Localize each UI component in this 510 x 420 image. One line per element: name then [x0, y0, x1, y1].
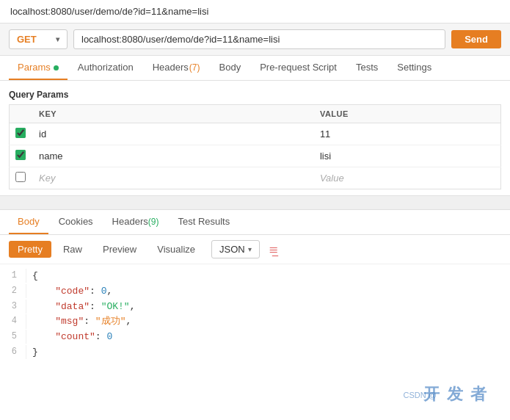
row-0-check-cell	[10, 123, 32, 145]
code-line-1: 1 {	[0, 269, 510, 284]
resp-tab-cookies[interactable]: Cookies	[50, 210, 102, 234]
method-select[interactable]: GET ▾	[9, 29, 68, 49]
fmt-preview[interactable]: Preview	[94, 241, 145, 258]
json-type-label: JSON	[219, 244, 245, 255]
response-section: Body Cookies Headers(9) Test Results Pre…	[0, 210, 510, 365]
section-divider	[0, 195, 510, 210]
code-line-2: 2 "code": 0,	[0, 284, 510, 300]
row-1-key: name	[32, 145, 313, 167]
watermark-label: CSDN @	[404, 391, 437, 399]
row-0-checkbox[interactable]	[15, 128, 26, 138]
tab-body[interactable]: Body	[211, 56, 250, 80]
params-section: Query Params KEY VALUE id 11	[0, 81, 510, 189]
method-label: GET	[17, 34, 37, 45]
filter-button[interactable]: ≡̲	[263, 239, 284, 259]
row-0-value: 11	[313, 123, 501, 145]
value-placeholder: Value	[320, 173, 344, 184]
col-check-header	[10, 105, 32, 123]
chevron-down-icon: ▾	[56, 35, 59, 43]
tab-params[interactable]: Params	[9, 56, 68, 80]
row-0-key: id	[32, 123, 313, 145]
table-row: id 11	[10, 123, 501, 145]
response-tabs: Body Cookies Headers(9) Test Results	[0, 210, 510, 235]
code-area: 1 { 2 "code": 0, 3 "data": "OK!", 4 "msg…	[0, 264, 510, 365]
tab-settings[interactable]: Settings	[388, 56, 440, 80]
watermark-text: 开 发 者	[423, 383, 488, 405]
chevron-down-icon: ▾	[248, 245, 252, 253]
json-type-select[interactable]: JSON ▾	[211, 240, 260, 258]
fmt-visualize[interactable]: Visualize	[148, 241, 204, 258]
top-url-text: localhost:8080/user/demo/de?id=11&name=l…	[10, 6, 208, 17]
resp-tab-body[interactable]: Body	[9, 210, 48, 234]
format-row: Pretty Raw Preview Visualize JSON ▾ ≡̲	[0, 235, 510, 264]
resp-tab-headers[interactable]: Headers(9)	[103, 210, 168, 234]
params-table: KEY VALUE id 11 name lisi	[9, 104, 501, 189]
row-2-value[interactable]: Value	[313, 167, 501, 189]
row-2-check-cell	[10, 167, 32, 189]
row-1-checkbox[interactable]	[15, 150, 26, 160]
code-line-5: 5 "count": 0	[0, 330, 510, 345]
row-2-checkbox[interactable]	[15, 172, 26, 182]
code-line-6: 6 }	[0, 345, 510, 361]
tab-headers[interactable]: Headers(7)	[144, 56, 209, 80]
code-line-3: 3 "data": "OK!",	[0, 300, 510, 315]
tab-tests[interactable]: Tests	[347, 56, 387, 80]
send-button[interactable]: Send	[451, 30, 501, 48]
top-url-bar: localhost:8080/user/demo/de?id=11&name=l…	[0, 0, 510, 23]
request-bar: GET ▾ Send	[0, 23, 510, 56]
tab-pre-request[interactable]: Pre-request Script	[251, 56, 346, 80]
request-tabs: Params Authorization Headers(7) Body Pre…	[0, 56, 510, 81]
fmt-pretty[interactable]: Pretty	[9, 241, 51, 258]
col-value-header: VALUE	[313, 105, 501, 123]
resp-tab-test-results[interactable]: Test Results	[169, 210, 238, 234]
key-placeholder: Key	[39, 173, 55, 184]
row-1-check-cell	[10, 145, 32, 167]
code-line-4: 4 "msg": "成功",	[0, 314, 510, 330]
params-active-dot	[54, 65, 59, 70]
query-params-label: Query Params	[9, 87, 501, 104]
url-input[interactable]	[73, 29, 445, 49]
row-1-value: lisi	[313, 145, 501, 167]
fmt-raw[interactable]: Raw	[54, 241, 91, 258]
table-row: Key Value	[10, 167, 501, 189]
table-row: name lisi	[10, 145, 501, 167]
filter-icon: ≡̲	[269, 243, 278, 256]
tab-authorization[interactable]: Authorization	[69, 56, 142, 80]
col-key-header: KEY	[32, 105, 313, 123]
row-2-key[interactable]: Key	[32, 167, 313, 189]
